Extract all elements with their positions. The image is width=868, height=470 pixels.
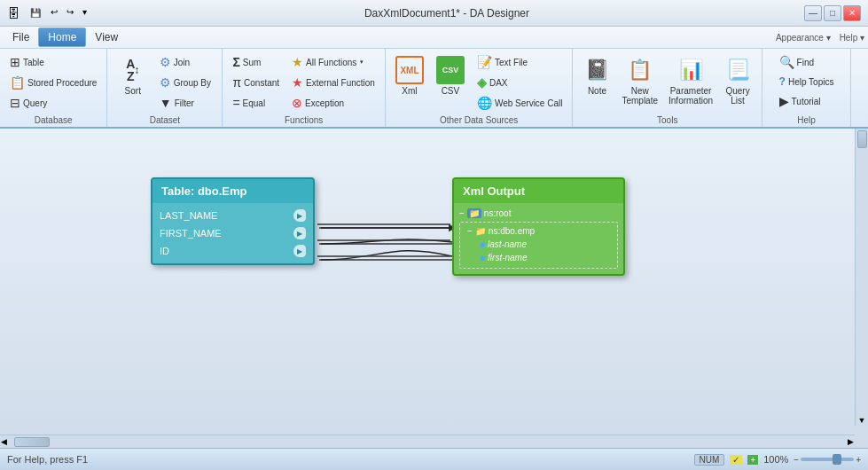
xml-icon: XML	[395, 56, 424, 84]
scroll-thumb-y[interactable]	[857, 130, 867, 148]
ribbon-equal-btn[interactable]: = Equal	[228, 93, 284, 113]
menu-bar: File Home View Appearance ▾ Help ▾	[0, 27, 868, 49]
ribbon-template-btn[interactable]: 📋 NewTemplate	[617, 52, 662, 109]
table-node-body: LAST_NAME ▶ FIRST_NAME ▶ ID ▶	[152, 203, 313, 263]
ribbon-sum-btn[interactable]: Σ Sum	[228, 52, 284, 72]
exception-icon: ⊗	[292, 96, 302, 110]
table-icon: ⊞	[10, 55, 20, 69]
ribbon-xml-btn[interactable]: XML Xml	[391, 52, 428, 99]
xml-item-firstname: ■ first-name	[462, 251, 615, 264]
ribbon-group-tools: 📓 Note 📋 NewTemplate 📊 ParameterInformat…	[573, 49, 762, 127]
xml-item-root: − 📁 ns:root	[454, 207, 623, 220]
table-row-id: ID ▶	[152, 242, 313, 260]
quick-dropdown[interactable]: ▾	[80, 6, 90, 20]
title-bar: 🗄 💾 ↩ ↪ ▾ DaxXmlDocument1* - DA Designer…	[0, 0, 868, 27]
app-icon: 🗄	[7, 6, 20, 20]
zoom-label: 100%	[763, 454, 788, 465]
minimize-button[interactable]: —	[804, 5, 822, 21]
ribbon-externalfunction-btn[interactable]: ★ External Function	[287, 73, 379, 92]
allfunctions-dropdown: ▾	[360, 59, 364, 66]
close-button[interactable]: ✕	[843, 5, 861, 21]
ribbon-helptopics-btn[interactable]: ? Help Topics	[775, 73, 839, 90]
ribbon-constant-btn[interactable]: π Constant	[228, 73, 284, 92]
ribbon-dax-btn[interactable]: ◈ DAX	[473, 73, 567, 92]
xml-item-dboemp: − 📁 ns:dbo.emp	[462, 224, 615, 238]
ribbon-stored-procedure-btn[interactable]: 📋 Stored Procedure	[5, 73, 101, 92]
ribbon-table-btn[interactable]: ⊞ Table	[5, 52, 49, 72]
sort-icon: A Z ↕	[119, 56, 147, 84]
webservice-icon: 🌐	[477, 96, 492, 110]
zoom-handle	[833, 454, 841, 465]
appearance-menu[interactable]: Appearance ▾	[776, 33, 831, 43]
ribbon-webservice-btn[interactable]: 🌐 Web Service Call	[473, 93, 567, 113]
ribbon-querylist-btn[interactable]: 📃 QueryList	[719, 52, 756, 109]
ribbon-group-database: ⊞ Table 📋 Stored Procedure ⊟ Query Datab…	[0, 49, 107, 127]
ribbon: ⊞ Table 📋 Stored Procedure ⊟ Query Datab…	[0, 49, 868, 129]
xml-field-icon: ■	[480, 239, 485, 249]
maximize-button[interactable]: □	[824, 5, 841, 21]
find-icon: 🔍	[779, 55, 794, 69]
scroll-down-btn[interactable]: ▼	[856, 415, 868, 426]
xml-node-body: − 📁 ns:root − 📁 ns:dbo.emp ■ las	[454, 203, 623, 274]
constant-icon: π	[232, 75, 241, 90]
zoom-out-btn[interactable]: −	[794, 455, 799, 465]
xml-field-icon2: ■	[480, 253, 485, 262]
menu-view[interactable]: View	[86, 28, 127, 46]
groupby-icon: ⚙	[160, 75, 171, 90]
note-icon: 📓	[583, 56, 611, 84]
ribbon-note-btn[interactable]: 📓 Note	[578, 52, 615, 99]
externalfunction-icon: ★	[292, 75, 303, 90]
scroll-x[interactable]: ◀ ▶	[0, 435, 855, 448]
table-node[interactable]: Table: dbo.Emp LAST_NAME ▶ FIRST_NAME ▶ …	[151, 177, 315, 265]
help-menu[interactable]: Help ▾	[840, 33, 864, 43]
quick-redo[interactable]: ↪	[64, 6, 76, 20]
menu-file[interactable]: File	[4, 28, 38, 46]
main-canvas-area: Table: dbo.Emp LAST_NAME ▶ FIRST_NAME ▶ …	[0, 129, 868, 448]
ribbon-csv-btn[interactable]: CSV CSV	[432, 52, 469, 99]
ribbon-filter-btn[interactable]: ▼ Filter	[155, 93, 215, 113]
textfile-icon: 📝	[477, 55, 492, 69]
quick-undo[interactable]: ↩	[48, 6, 60, 20]
ribbon-group-help: 🔍 Find ? Help Topics ▶ Tutorial Help	[762, 49, 851, 127]
scroll-thumb-x[interactable]	[14, 437, 50, 447]
ribbon-groupby-btn[interactable]: ⚙ Group By	[155, 73, 215, 92]
ribbon-query-btn[interactable]: ⊟ Query	[5, 93, 51, 113]
row-arrow: ▶	[293, 227, 306, 239]
zoom-slider[interactable]	[801, 458, 854, 461]
xml-node-header: Xml Output	[454, 179, 623, 203]
num-indicator: NUM	[694, 454, 725, 466]
allfunctions-icon: ★	[292, 55, 303, 69]
sum-icon: Σ	[232, 55, 239, 69]
ribbon-allfunctions-btn[interactable]: ★ All Functions ▾	[287, 52, 379, 72]
scroll-right-btn[interactable]: ▶	[847, 435, 855, 448]
status-check-icon: ✓	[730, 455, 742, 465]
ribbon-sort-btn[interactable]: A Z ↕ Sort	[114, 52, 152, 99]
ribbon-find-btn[interactable]: 🔍 Find	[775, 52, 818, 72]
ribbon-group-dataset: A Z ↕ Sort ⚙ Join ⚙ Group By ▼	[107, 49, 223, 127]
window-title: DaxXmlDocument1* - DA Designer	[364, 7, 529, 20]
quick-save[interactable]: 💾	[27, 6, 44, 20]
xml-output-node[interactable]: Xml Output − 📁 ns:root − 📁 ns:dbo.	[452, 177, 625, 276]
ribbon-group-functions: Σ Sum π Constant = Equal ★ All Functions…	[223, 49, 386, 127]
menu-home[interactable]: Home	[38, 27, 86, 47]
query-icon: ⊟	[10, 96, 20, 110]
canvas[interactable]: Table: dbo.Emp LAST_NAME ▶ FIRST_NAME ▶ …	[0, 129, 868, 448]
scroll-y[interactable]: ▲ ▼	[855, 129, 868, 426]
join-icon: ⚙	[160, 55, 171, 69]
ribbon-paraminfo-btn[interactable]: 📊 ParameterInformation	[664, 52, 717, 109]
minus-icon: −	[459, 208, 465, 218]
ribbon-exception-btn[interactable]: ⊗ Exception	[287, 93, 379, 113]
scroll-left-btn[interactable]: ◀	[0, 435, 8, 448]
status-add-icon[interactable]: +	[747, 455, 758, 465]
csv-icon: CSV	[436, 56, 465, 84]
ribbon-join-btn[interactable]: ⚙ Join	[155, 52, 215, 72]
ribbon-textfile-btn[interactable]: 📝 Text File	[473, 52, 567, 72]
group-label-datasources: Other Data Sources	[440, 114, 518, 125]
filter-icon: ▼	[160, 96, 172, 110]
ribbon-tutorial-btn[interactable]: ▶ Tutorial	[775, 91, 825, 111]
group-label-functions: Functions	[285, 114, 323, 125]
tutorial-icon: ▶	[779, 94, 789, 108]
querylist-icon: 📃	[723, 56, 752, 84]
zoom-in-btn[interactable]: +	[856, 455, 861, 465]
xml-dashed-group: − 📁 ns:dbo.emp ■ last-name ■ first-name	[459, 222, 618, 269]
